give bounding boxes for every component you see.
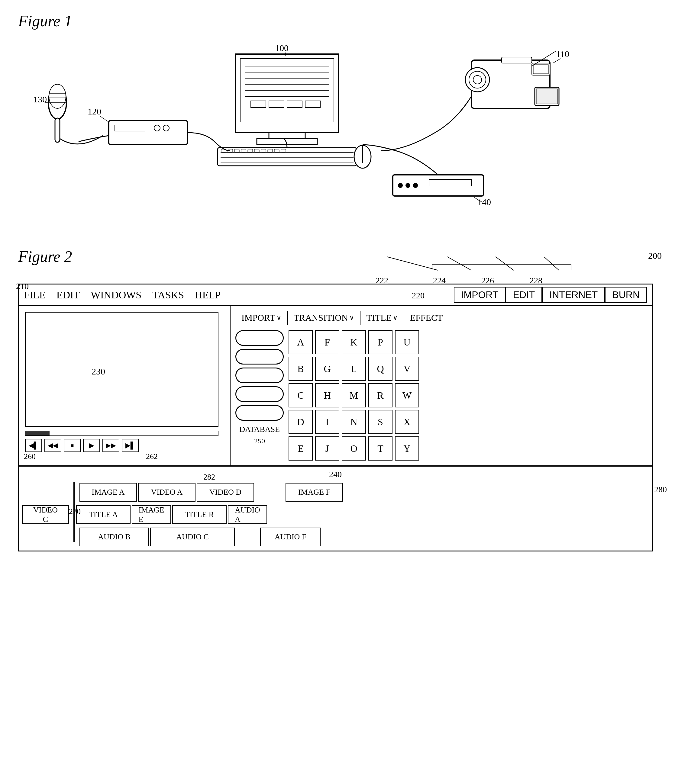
- rewind-button[interactable]: ◀◀: [45, 439, 61, 452]
- burn-mode-button[interactable]: BURN: [605, 287, 647, 303]
- mode-buttons: IMPORT EDIT INTERNET BURN: [454, 287, 647, 303]
- timeline-area: 240 IMAGE A VIDEO A VIDEO D IMAGE F 282: [19, 466, 652, 550]
- letter-F[interactable]: F: [315, 330, 339, 354]
- clip-audio-f[interactable]: AUDIO F: [260, 528, 320, 546]
- ref-250: 250: [235, 437, 284, 445]
- letter-E[interactable]: E: [289, 436, 313, 461]
- right-panel: IMPORT ∨ TRANSITION ∨ TITLE ∨ EFFECT: [231, 306, 652, 465]
- letter-D[interactable]: D: [289, 410, 313, 434]
- internet-mode-button[interactable]: INTERNET: [542, 287, 605, 303]
- clip-title-r[interactable]: TITLE R: [172, 505, 227, 524]
- svg-rect-40: [109, 120, 187, 145]
- progress-bar[interactable]: [25, 431, 218, 436]
- menu-windows[interactable]: WINDOWS: [91, 289, 142, 301]
- letter-X[interactable]: X: [395, 410, 419, 434]
- letter-G[interactable]: G: [315, 357, 339, 381]
- clip-video-a[interactable]: VIDEO A: [138, 483, 195, 502]
- clip-title-a[interactable]: TITLE A: [76, 505, 130, 524]
- clip-image-a[interactable]: IMAGE A: [79, 483, 137, 502]
- db-oval-2[interactable]: [235, 349, 284, 364]
- clip-audio-c[interactable]: AUDIO C: [150, 528, 235, 546]
- menu-edit[interactable]: EDIT: [56, 289, 80, 301]
- timeline-row-2: VIDEOC 270 TITLE A IMAGEE TITLE R AUDIOA: [22, 504, 649, 525]
- letter-R[interactable]: R: [368, 383, 393, 407]
- tab-effect[interactable]: EFFECT: [404, 311, 449, 324]
- letter-Q[interactable]: Q: [368, 357, 393, 381]
- ref-270: 270: [69, 507, 81, 516]
- clip-image-f[interactable]: IMAGE F: [285, 483, 343, 502]
- step-back-button[interactable]: ◀▌: [25, 439, 42, 452]
- letter-A[interactable]: A: [289, 330, 313, 354]
- letter-L[interactable]: L: [342, 357, 366, 381]
- menu-help[interactable]: HELP: [195, 289, 221, 301]
- db-oval-3[interactable]: [235, 367, 284, 383]
- ref-226: 226: [481, 276, 494, 285]
- svg-rect-10: [287, 101, 302, 107]
- timeline-tracks: IMAGE A VIDEO A VIDEO D IMAGE F 282 VIDE…: [22, 482, 649, 547]
- db-oval-4[interactable]: [235, 386, 284, 402]
- svg-text:120: 120: [87, 106, 101, 116]
- svg-point-46: [49, 84, 66, 109]
- tab-import[interactable]: IMPORT ∨: [235, 311, 288, 324]
- svg-point-53: [406, 183, 410, 188]
- letter-grid: A F K P U B G L Q V C H M R W: [289, 330, 419, 461]
- clip-video-c[interactable]: VIDEOC: [22, 505, 69, 524]
- letter-H[interactable]: H: [315, 383, 339, 407]
- svg-rect-50: [55, 118, 60, 142]
- letter-J[interactable]: J: [315, 436, 339, 461]
- svg-point-54: [413, 183, 418, 188]
- figure1-label: Figure 1: [18, 12, 671, 30]
- letter-I[interactable]: I: [315, 410, 339, 434]
- db-oval-1[interactable]: [235, 330, 284, 346]
- letter-P[interactable]: P: [368, 330, 393, 354]
- letter-C[interactable]: C: [289, 383, 313, 407]
- fast-forward-button[interactable]: ▶▶: [102, 439, 119, 452]
- edit-mode-button[interactable]: EDIT: [505, 287, 542, 303]
- svg-rect-12: [269, 133, 305, 138]
- db-oval-5[interactable]: [235, 405, 284, 421]
- menu-bar: 210 FILE EDIT WINDOWS TASKS HELP IMPORT …: [19, 285, 652, 306]
- letter-T[interactable]: T: [368, 436, 393, 461]
- panel-tabs: IMPORT ∨ TRANSITION ∨ TITLE ∨ EFFECT: [235, 311, 647, 325]
- svg-point-33: [473, 76, 482, 84]
- letter-V[interactable]: V: [395, 357, 419, 381]
- tab-transition[interactable]: TRANSITION ∨: [288, 311, 360, 324]
- clip-audio-a[interactable]: AUDIOA: [228, 505, 267, 524]
- play-button[interactable]: ▶: [83, 439, 100, 452]
- recorder-140: [363, 145, 483, 196]
- letter-O[interactable]: O: [342, 436, 366, 461]
- computer-monitor: [218, 54, 371, 168]
- step-forward-button[interactable]: ▶▌: [122, 439, 139, 452]
- letter-Y[interactable]: Y: [395, 436, 419, 461]
- ref-240-label: 240: [22, 469, 649, 479]
- clip-image-e[interactable]: IMAGEE: [132, 505, 171, 524]
- ref-210: 210: [16, 282, 29, 291]
- video-preview: [25, 312, 218, 427]
- menu-tasks[interactable]: TASKS: [152, 289, 184, 301]
- import-mode-button[interactable]: IMPORT: [454, 287, 506, 303]
- svg-rect-14: [218, 148, 356, 166]
- ref-228: 228: [530, 276, 542, 285]
- clip-video-d[interactable]: VIDEO D: [197, 483, 254, 502]
- letter-S[interactable]: S: [368, 410, 393, 434]
- app-window: 210 FILE EDIT WINDOWS TASKS HELP IMPORT …: [18, 283, 653, 552]
- letter-U[interactable]: U: [395, 330, 419, 354]
- fig1-svg: 100 110 130 120 140: [18, 36, 653, 217]
- letter-K[interactable]: K: [342, 330, 366, 354]
- tab-title[interactable]: TITLE ∨: [360, 311, 404, 324]
- clip-audio-b[interactable]: AUDIO B: [79, 528, 149, 546]
- ref-224: 224: [433, 276, 445, 285]
- database-label: DATABASE: [235, 425, 284, 434]
- transport-controls: ◀▌ ◀◀ ■ ▶ ▶▶ ▶▌: [25, 439, 224, 452]
- letter-M[interactable]: M: [342, 383, 366, 407]
- svg-point-52: [398, 183, 403, 188]
- ref-222: 222: [376, 276, 388, 285]
- progress-fill: [25, 431, 49, 435]
- letter-B[interactable]: B: [289, 357, 313, 381]
- letter-N[interactable]: N: [342, 410, 366, 434]
- letter-W[interactable]: W: [395, 383, 419, 407]
- figure2-label: Figure 2: [18, 248, 671, 265]
- stop-button[interactable]: ■: [64, 439, 81, 452]
- ref-262: 262: [146, 452, 158, 461]
- main-content: 230 ◀▌ ◀◀ ■ ▶ ▶▶ ▶▌ 260 262: [19, 306, 652, 466]
